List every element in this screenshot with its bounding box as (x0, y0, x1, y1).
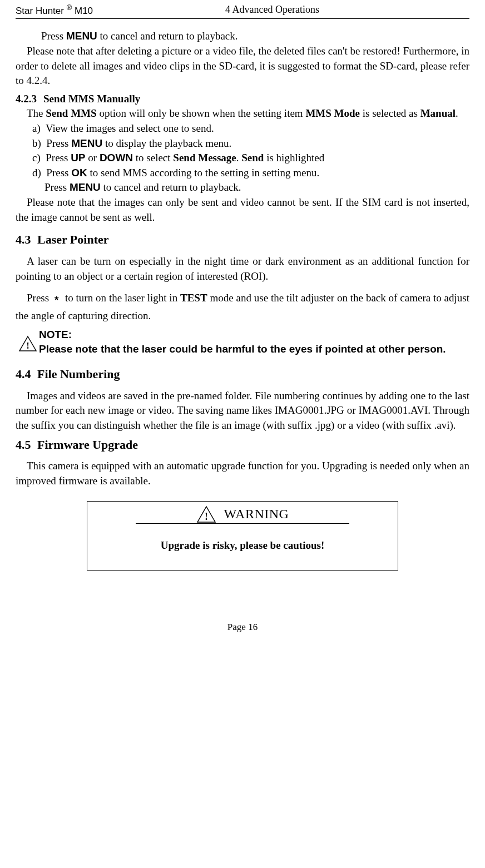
note-body: Please note that the laser could be harm… (39, 342, 469, 357)
svg-text:!: ! (26, 340, 29, 351)
paragraph-laser-intro: A laser can be turn on especially in the… (16, 254, 469, 284)
heading-4-4: 4.4 File Numbering (16, 366, 469, 383)
paragraph-cancel: Press MENU to cancel and return to playb… (16, 29, 469, 44)
heading-4-3: 4.3 Laser Pointer (16, 231, 469, 249)
product-model: M10 (75, 6, 93, 16)
heading-4-5: 4.5 Firmware Upgrade (16, 437, 469, 454)
menu-key: MENU (71, 137, 102, 149)
note-block: ! NOTE: Please note that the laser could… (16, 328, 469, 357)
up-key: UP (71, 152, 85, 163)
paragraph-laser-instructions: Press ﹡ to turn on the laser light in TE… (16, 289, 469, 325)
page-footer: Page 16 (16, 621, 469, 634)
heading-title: File Numbering (37, 367, 120, 381)
paragraph-file-numbering: Images and videos are saved in the pre-n… (16, 389, 469, 433)
paragraph-delete-note: Please note that after deleting a pictur… (16, 44, 469, 88)
header-chapter: 4 Advanced Operations (225, 3, 469, 17)
list-item: Press MENU to cancel and return to playb… (32, 180, 469, 195)
heading-title: Laser Pointer (37, 232, 109, 246)
list-item: d) Press OK to send MMS according to the… (32, 166, 469, 181)
heading-title: Firmware Upgrade (37, 438, 138, 452)
note-title: NOTE: (39, 328, 469, 343)
warning-title: WARNING (216, 505, 289, 524)
paragraph-sim-note: Please note that the images can only be … (16, 195, 469, 225)
heading-4-2-3: 4.2.3Send MMS Manually (16, 92, 469, 107)
registered-symbol: ® (67, 3, 72, 12)
menu-key: MENU (66, 30, 97, 42)
warning-title-row: ! WARNING (136, 505, 349, 524)
star-key: ﹡ (52, 292, 62, 304)
ok-key: OK (71, 167, 87, 178)
page-container: Star Hunter ® M10 4 Advanced Operations … (0, 0, 485, 644)
warning-icon: ! (16, 328, 39, 352)
warning-body: Upgrade is risky, please be cautious! (93, 538, 392, 553)
heading-number: 4.2.3 (16, 93, 43, 105)
heading-number: 4.4 (16, 367, 34, 381)
heading-title: Send MMS Manually (43, 93, 140, 105)
heading-number: 4.3 (16, 232, 34, 246)
steps-list: a) View the images and select one to sen… (16, 121, 469, 195)
header-product: Star Hunter ® M10 (16, 3, 93, 17)
svg-text:!: ! (205, 511, 208, 522)
paragraph-send-mms-intro: The Send MMS option will only be shown w… (16, 106, 469, 121)
warning-box: ! WARNING Upgrade is risky, please be ca… (87, 501, 398, 571)
note-text: NOTE: Please note that the laser could b… (39, 328, 469, 357)
menu-key: MENU (70, 181, 101, 193)
down-key: DOWN (100, 152, 133, 163)
warning-icon: ! (196, 505, 216, 523)
list-item: c) Press UP or DOWN to select Send Messa… (32, 151, 469, 166)
page-header: Star Hunter ® M10 4 Advanced Operations (16, 3, 469, 19)
paragraph-firmware: This camera is equipped with an automati… (16, 459, 469, 488)
list-item: a) View the images and select one to sen… (32, 121, 469, 136)
heading-number: 4.5 (16, 438, 34, 452)
product-name: Star Hunter (16, 6, 64, 16)
list-item: b) Press MENU to display the playback me… (32, 136, 469, 151)
page-body: Press MENU to cancel and return to playb… (16, 29, 469, 570)
